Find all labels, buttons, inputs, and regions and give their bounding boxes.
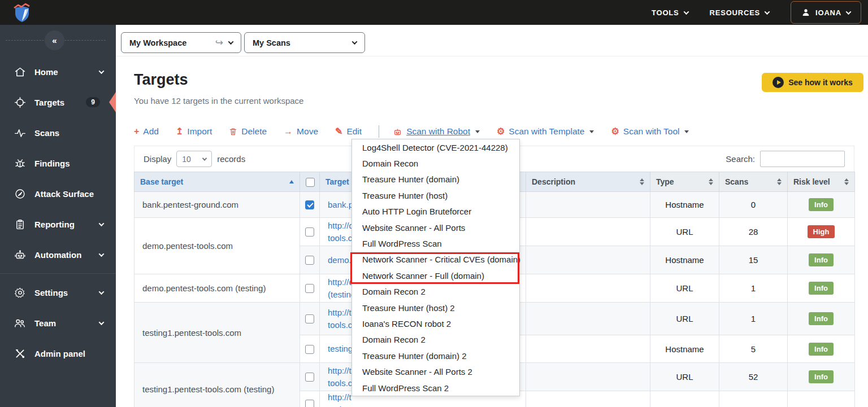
select-all-checkbox[interactable] [306, 178, 315, 187]
chevron-down-icon [846, 9, 852, 15]
risk-level-header-label: Risk level [793, 177, 830, 186]
nav-resources[interactable]: RESOURCES [710, 8, 770, 17]
row-checkbox[interactable] [305, 373, 314, 382]
robot-icon [14, 248, 26, 261]
move-button[interactable]: → Move [284, 126, 318, 137]
user-name: IOANA [815, 8, 841, 17]
row-checkbox-cell [300, 303, 320, 335]
scans-header-label: Scans [725, 177, 748, 186]
description-cell [526, 391, 650, 407]
robot-menu-item[interactable]: Website Scanner - All Ports 2 [352, 364, 519, 379]
robot-menu-item[interactable]: Treasure Hunter (host) 2 [352, 300, 519, 316]
import-button[interactable]: ↥ Import [176, 126, 212, 137]
column-header-base-target[interactable]: Base target [134, 172, 300, 192]
delete-button[interactable]: Delete [229, 126, 267, 137]
robot-menu-item[interactable]: Treasure Hunter (host) [352, 187, 519, 203]
sidebar-item-scans[interactable]: Scans [0, 117, 116, 148]
sidebar-item-attack-surface[interactable]: Attack Surface [0, 178, 116, 209]
robot-menu-item[interactable]: Network Scanner - Critical CVEs (domain) [352, 252, 519, 268]
select-all-header[interactable] [300, 172, 320, 192]
scan-with-robot-label: Scan with Robot [406, 126, 470, 137]
scans-cell: 5 [719, 335, 788, 363]
shield-logo-icon [11, 2, 33, 23]
play-icon [772, 77, 784, 88]
row-checkbox[interactable] [305, 400, 314, 407]
column-header-scans[interactable]: Scans [719, 172, 788, 192]
robot-icon [393, 127, 402, 137]
add-button[interactable]: + Add [134, 126, 159, 137]
risk-cell: High [788, 218, 855, 246]
robot-menu-item[interactable]: Auto HTTP Login Bruteforcer [352, 204, 519, 220]
target-icon [14, 96, 26, 108]
collapse-sidebar-button[interactable]: « [45, 30, 64, 50]
records-label: records [217, 154, 245, 164]
sidebar-item-home[interactable]: Home [0, 56, 116, 87]
robot-menu-item[interactable]: Treasure Hunter (domain) [352, 172, 519, 187]
row-checkbox[interactable] [305, 314, 314, 323]
page-length-value: 10 [182, 155, 191, 164]
scan-with-tool-button[interactable]: ⚙ Scan with Tool [611, 126, 689, 137]
scan-with-tool-label: Scan with Tool [623, 126, 680, 137]
robot-menu-item[interactable]: Domain Recon 2 [352, 332, 519, 348]
person-icon [801, 8, 810, 17]
robot-menu-item[interactable]: Full WordPress Scan [352, 235, 519, 251]
app-logo[interactable] [11, 2, 33, 23]
pencil-icon: ✎ [335, 127, 342, 136]
robot-menu-item[interactable]: Ioana's RECON robot 2 [352, 316, 519, 331]
row-checkbox-cell [300, 363, 320, 391]
scan-with-template-button[interactable]: ⚙ Scan with Template [497, 126, 594, 137]
column-header-risk-level[interactable]: Risk level [788, 172, 855, 192]
search-input[interactable] [760, 151, 845, 167]
risk-badge: Info [809, 282, 834, 295]
sidebar-item-team[interactable]: Team [0, 308, 116, 338]
sidebar-item-label: Automation [34, 250, 81, 260]
column-header-description[interactable]: Description [526, 172, 650, 192]
scans-selector[interactable]: My Scans [244, 32, 365, 53]
scan-with-robot-menu: Log4Shell Detector (CVE-2021-44228) Doma… [351, 139, 520, 396]
edit-button[interactable]: ✎ Edit [335, 126, 362, 137]
scan-with-robot-button[interactable]: Scan with Robot [393, 126, 480, 137]
row-checkbox[interactable] [305, 200, 314, 209]
active-item-marker [109, 92, 116, 112]
risk-badge: Info [809, 312, 834, 325]
user-menu[interactable]: IOANA [791, 1, 861, 24]
workspace-selector[interactable]: My Workspace ↪ [121, 32, 241, 53]
people-icon [14, 317, 26, 329]
nav-tools[interactable]: TOOLS [652, 8, 688, 17]
gear-icon: ⚙ [611, 127, 619, 136]
nav-resources-label: RESOURCES [710, 8, 761, 17]
target-link[interactable]: tools.c [328, 404, 526, 407]
see-how-it-works-button[interactable]: See how it works [762, 73, 863, 92]
row-checkbox[interactable] [305, 345, 314, 354]
description-cell [526, 246, 650, 274]
risk-cell: Info [788, 303, 855, 335]
sidebar-item-findings[interactable]: Findings [0, 148, 116, 178]
sidebar-item-automation[interactable]: Automation [0, 239, 116, 270]
risk-cell: Info [788, 274, 855, 303]
sidebar-item-reporting[interactable]: Reporting [0, 209, 116, 239]
robot-menu-item[interactable]: Website Scanner - All Ports [352, 220, 519, 235]
upload-icon: ↥ [176, 127, 183, 136]
divider [379, 125, 379, 138]
robot-menu-item[interactable]: Domain Recon 2 [352, 284, 519, 300]
sidebar-item-label: Team [34, 318, 56, 328]
page-length-select[interactable]: 10 [176, 151, 212, 167]
caret-down-icon [684, 130, 689, 133]
scans-selector-value: My Scans [253, 38, 290, 47]
row-checkbox[interactable] [305, 256, 314, 265]
chevron-down-icon [202, 156, 207, 160]
robot-menu-item[interactable]: Network Scanner - Full (domain) [352, 268, 519, 283]
sidebar-item-settings[interactable]: Settings [0, 277, 116, 308]
robot-menu-item[interactable]: Treasure Hunter (domain) 2 [352, 348, 519, 364]
robot-menu-item[interactable]: Full WordPress Scan 2 [352, 380, 519, 396]
robot-menu-item[interactable]: Log4Shell Detector (CVE-2021-44228) [352, 139, 519, 155]
type-cell: URL [650, 363, 719, 391]
row-checkbox[interactable] [305, 227, 314, 237]
sidebar-item-targets[interactable]: Targets 9 [0, 87, 116, 117]
column-header-type[interactable]: Type [650, 172, 719, 192]
robot-menu-item[interactable]: Domain Recon [352, 155, 519, 171]
row-checkbox-cell [300, 274, 320, 303]
row-checkbox[interactable] [305, 284, 314, 293]
sidebar-item-admin-panel[interactable]: Admin panel [0, 338, 116, 369]
add-label: Add [143, 126, 159, 137]
